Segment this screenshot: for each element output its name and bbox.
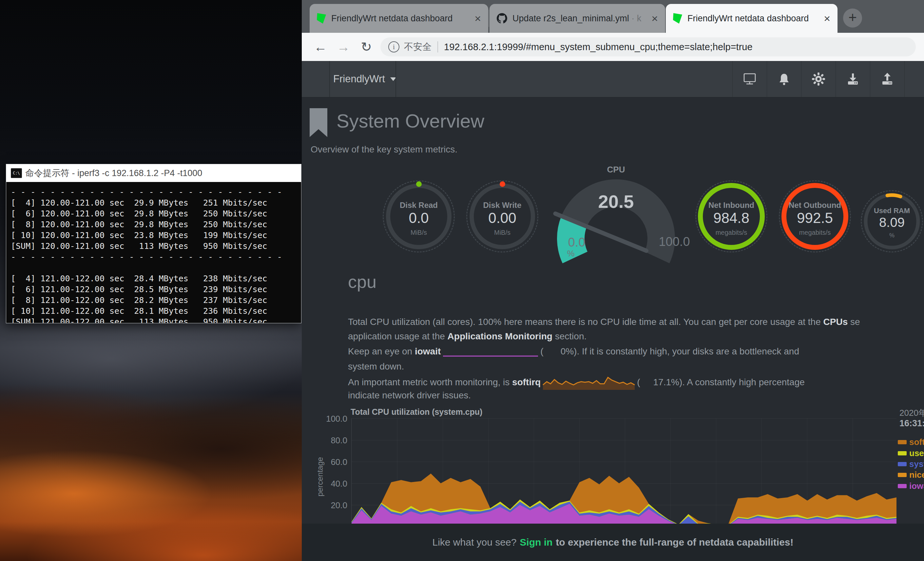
- tab-netdata-2-active[interactable]: FriendlyWrt netdata dashboard ×: [666, 4, 837, 33]
- back-button[interactable]: ←: [311, 38, 330, 56]
- security-label: 不安全: [404, 41, 432, 53]
- legend-item-system[interactable]: system: [898, 460, 924, 468]
- tab-netdata-1[interactable]: FriendlyWrt netdata dashboard ×: [310, 4, 488, 33]
- section-heading-cpu: cpu: [348, 271, 376, 292]
- ytick: 100.0: [311, 414, 347, 424]
- tab-title-suffix: · k: [632, 14, 641, 23]
- monitor-icon: [742, 72, 757, 86]
- terminal-line: [ 10] 121.00-122.00 sec 28.1 MBytes 236 …: [11, 305, 301, 316]
- softirq-value: 17.1%: [653, 377, 679, 387]
- cpu-gauge-max: 100.0: [653, 235, 696, 249]
- tab-strip: FriendlyWrt netdata dashboard × Update r…: [302, 0, 924, 33]
- cpus-link[interactable]: CPUs: [824, 317, 848, 327]
- bookmark-icon: [310, 108, 327, 137]
- gauge-net-outbound[interactable]: Net Outbound 992.5 megabits/s: [779, 180, 851, 253]
- cpu-chart-plot-area[interactable]: [351, 418, 897, 526]
- legend-item-iowait[interactable]: iowait: [898, 482, 924, 490]
- address-bar[interactable]: i 不安全 192.168.2.1:19999/#menu_system_sub…: [380, 38, 916, 56]
- upload-icon: [880, 72, 894, 86]
- chart-time-label: 16:31:2: [899, 418, 924, 429]
- terminal-line: [ 8] 121.00-122.00 sec 28.2 MBytes 237 M…: [11, 295, 301, 305]
- legend-swatch: [898, 473, 907, 477]
- cpu-chart-svg: [352, 418, 897, 526]
- cpu-description-line: indicate network driver issues.: [348, 390, 924, 401]
- gauge-label: Net Inbound: [695, 201, 767, 210]
- gauge-net-inbound[interactable]: Net Inbound 984.8 megabits/s: [695, 180, 767, 253]
- terminal-line: - - - - - - - - - - - - - - - - - - - - …: [11, 251, 301, 262]
- terminal-title: 命令提示符 - iperf3 -c 192.168.1.2 -P4 -t1000: [25, 167, 202, 179]
- gauge-value: 0.0: [383, 210, 455, 226]
- ytick: 60.0: [311, 457, 347, 467]
- iowait-term: iowait: [415, 346, 441, 356]
- cpu-description-line: Keep an eye on iowait(0%). If it is cons…: [348, 346, 924, 357]
- ytick: 40.0: [311, 479, 347, 489]
- export-snapshot-button[interactable]: [870, 61, 904, 97]
- terminal-output[interactable]: - - - - - - - - - - - - - - - - - - - - …: [6, 182, 301, 323]
- softirq-term: softirq: [512, 377, 541, 387]
- legend-swatch: [898, 451, 907, 456]
- settings-button[interactable]: [801, 61, 836, 97]
- gauge-value: 0.00: [466, 210, 538, 226]
- cpu-description-line: application usage at the Applications Mo…: [348, 331, 924, 341]
- sign-in-link[interactable]: Sign in: [520, 537, 552, 548]
- cpu-gauge-unit: %: [562, 248, 579, 259]
- browser-toolbar: ← → ↻ i 不安全 192.168.2.1:19999/#menu_syst…: [302, 33, 924, 61]
- tab-close-icon[interactable]: ×: [651, 13, 658, 24]
- cmd-icon: C:\: [11, 168, 22, 178]
- softirq-sparkline[interactable]: [543, 376, 635, 390]
- navbar-divider: [329, 61, 330, 97]
- url-divider: [437, 41, 438, 53]
- terminal-line: [SUM] 120.00-121.00 sec 113 MBytes 950 M…: [11, 241, 301, 251]
- netdata-favicon: [317, 13, 326, 24]
- tab-close-icon[interactable]: ×: [824, 13, 830, 24]
- chart-title: Total CPU utilization (system.cpu): [351, 407, 482, 417]
- tab-title: FriendlyWrt netdata dashboard: [331, 14, 470, 24]
- tab-title: FriendlyWrt netdata dashboard: [687, 14, 819, 24]
- reload-button[interactable]: ↻: [357, 38, 376, 56]
- tab-github[interactable]: Update r2s_lean_minimal.yml · k ×: [489, 4, 665, 33]
- legend-item-nice[interactable]: nice: [898, 471, 924, 479]
- gear-icon: [811, 72, 826, 86]
- tab-close-icon[interactable]: ×: [474, 13, 481, 24]
- terminal-line: - - - - - - - - - - - - - - - - - - - - …: [11, 186, 301, 197]
- tab-title: Update r2s_lean_minimal.yml · k: [513, 14, 647, 24]
- site-info-icon[interactable]: i: [388, 41, 399, 53]
- terminal-line: [ 10] 120.00-121.00 sec 23.8 MBytes 199 …: [11, 230, 301, 241]
- terminal-window[interactable]: C:\ 命令提示符 - iperf3 -c 192.168.1.2 -P4 -t…: [6, 164, 302, 323]
- gauge-used-ram[interactable]: Used RAM 8.09 %: [861, 190, 923, 253]
- new-tab-button[interactable]: +: [843, 9, 862, 27]
- footer-text: to experience the full-range of netdata …: [556, 537, 793, 548]
- terminal-line: [11, 262, 301, 273]
- gauge-disk-read[interactable]: Disk Read 0.0 MiB/s: [383, 180, 455, 253]
- legend-item-user[interactable]: user: [898, 449, 924, 457]
- terminal-titlebar[interactable]: C:\ 命令提示符 - iperf3 -c 192.168.1.2 -P4 -t…: [6, 164, 301, 182]
- import-snapshot-button[interactable]: [836, 61, 870, 97]
- legend-item-softirq[interactable]: softirq: [898, 438, 924, 446]
- legend-swatch: [898, 484, 907, 488]
- cpu-gauge-min: 0.0: [560, 235, 593, 250]
- gauge-label: Disk Write: [466, 201, 538, 210]
- download-icon: [846, 72, 860, 86]
- iowait-sparkline[interactable]: [442, 347, 538, 357]
- ytick: 80.0: [311, 435, 347, 445]
- browser-window: FriendlyWrt netdata dashboard × Update r…: [302, 0, 924, 561]
- gauge-value: 992.5: [779, 210, 851, 226]
- brand-dropdown[interactable]: FriendlyWrt: [333, 61, 396, 97]
- terminal-lines: - - - - - - - - - - - - - - - - - - - - …: [11, 186, 301, 323]
- ytick: 20.0: [311, 500, 347, 510]
- gauge-cpu[interactable]: [544, 170, 688, 278]
- page-subtitle: Overview of the key system metrics.: [310, 144, 458, 155]
- gauge-unit: MiB/s: [466, 229, 538, 236]
- partial-navbar-button[interactable]: [904, 61, 924, 97]
- alarms-button[interactable]: [767, 61, 801, 97]
- page-title: System Overview: [336, 110, 484, 132]
- terminal-line: [ 4] 120.00-121.00 sec 29.9 MBytes 251 M…: [11, 197, 301, 208]
- forward-button[interactable]: →: [334, 38, 353, 56]
- gauge-disk-write[interactable]: Disk Write 0.00 MiB/s: [466, 180, 538, 253]
- applications-monitoring-link[interactable]: Applications Monitoring: [448, 331, 552, 341]
- url-text[interactable]: 192.168.2.1:19999/#menu_system_submenu_c…: [444, 42, 753, 53]
- terminal-line: [SUM] 121.00-122.00 sec 113 MBytes 950 M…: [11, 316, 301, 323]
- github-icon: [497, 13, 507, 24]
- netdata-navbar: FriendlyWrt: [302, 61, 924, 98]
- print-dashboard-button[interactable]: [732, 61, 767, 97]
